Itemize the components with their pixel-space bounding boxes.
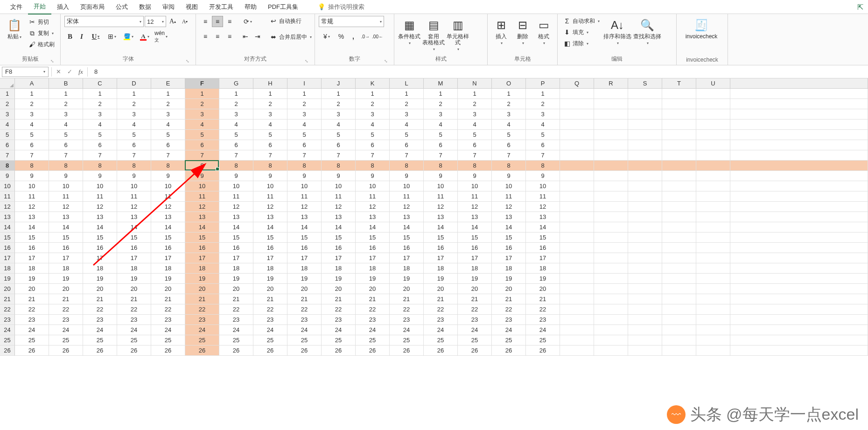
cell[interactable]: 23 bbox=[356, 315, 390, 325]
cell[interactable]: 18 bbox=[356, 263, 390, 274]
cell[interactable]: 14 bbox=[83, 222, 117, 233]
align-right-button[interactable]: ≡ bbox=[224, 31, 235, 42]
copy-button[interactable]: ⧉复制▾ bbox=[27, 28, 56, 38]
cell[interactable]: 13 bbox=[185, 212, 219, 222]
cell[interactable] bbox=[662, 161, 696, 171]
cell[interactable]: 17 bbox=[185, 253, 219, 263]
cell[interactable] bbox=[560, 181, 594, 191]
comma-format-button[interactable]: , bbox=[348, 31, 359, 42]
cell[interactable]: 18 bbox=[15, 263, 49, 274]
cell[interactable]: 1 bbox=[15, 89, 49, 99]
cell[interactable] bbox=[696, 181, 730, 191]
cell[interactable]: 8 bbox=[15, 161, 49, 171]
row-header[interactable]: 11 bbox=[0, 191, 15, 202]
font-dialog-launcher[interactable]: ⤡ bbox=[184, 57, 191, 64]
cell[interactable] bbox=[662, 181, 696, 191]
cell[interactable]: 16 bbox=[356, 243, 390, 253]
cell[interactable]: 25 bbox=[390, 335, 424, 345]
cell[interactable]: 21 bbox=[390, 294, 424, 304]
cell[interactable]: 23 bbox=[287, 315, 322, 325]
cell[interactable]: 12 bbox=[390, 202, 424, 212]
cell-styles-button[interactable]: ▥单元格样式▾ bbox=[447, 16, 469, 53]
cancel-formula-button[interactable]: ✕ bbox=[53, 67, 64, 77]
cell[interactable] bbox=[696, 191, 730, 202]
cell[interactable]: 16 bbox=[253, 243, 287, 253]
cell[interactable]: 17 bbox=[83, 253, 117, 263]
cell[interactable]: 24 bbox=[424, 325, 458, 335]
cell[interactable]: 16 bbox=[492, 243, 526, 253]
cell[interactable]: 23 bbox=[253, 315, 287, 325]
cell[interactable]: 15 bbox=[117, 233, 151, 243]
cell[interactable] bbox=[628, 191, 662, 202]
cell[interactable]: 15 bbox=[287, 233, 322, 243]
cell[interactable]: 10 bbox=[287, 181, 322, 191]
column-header[interactable]: I bbox=[287, 78, 322, 89]
column-header[interactable]: D bbox=[117, 78, 151, 89]
cell[interactable]: 26 bbox=[117, 345, 151, 356]
cell[interactable]: 18 bbox=[151, 263, 185, 274]
cell[interactable]: 23 bbox=[83, 315, 117, 325]
cell[interactable]: 17 bbox=[49, 253, 83, 263]
cell[interactable]: 10 bbox=[15, 181, 49, 191]
cell[interactable] bbox=[628, 284, 662, 294]
cell[interactable]: 14 bbox=[526, 222, 560, 233]
tab-page-layout[interactable]: 页面布局 bbox=[75, 0, 110, 14]
cell[interactable]: 11 bbox=[15, 191, 49, 202]
cell[interactable]: 22 bbox=[390, 304, 424, 315]
find-select-button[interactable]: 🔍查找和选择▾ bbox=[633, 16, 661, 53]
cell[interactable] bbox=[696, 202, 730, 212]
cell[interactable] bbox=[696, 304, 730, 315]
cell[interactable]: 13 bbox=[322, 212, 356, 222]
column-header[interactable]: S bbox=[628, 78, 662, 89]
cell[interactable]: 7 bbox=[219, 150, 253, 161]
cell[interactable]: 13 bbox=[356, 212, 390, 222]
cell[interactable] bbox=[662, 253, 696, 263]
cell[interactable] bbox=[696, 150, 730, 161]
cell[interactable] bbox=[594, 253, 628, 263]
cell[interactable]: 16 bbox=[287, 243, 322, 253]
cell[interactable] bbox=[628, 202, 662, 212]
cell[interactable]: 21 bbox=[83, 294, 117, 304]
cell[interactable]: 3 bbox=[151, 109, 185, 120]
name-box[interactable]: F8▾ bbox=[2, 67, 49, 77]
cell[interactable]: 11 bbox=[287, 191, 322, 202]
cell[interactable]: 24 bbox=[287, 325, 322, 335]
cell[interactable]: 20 bbox=[322, 284, 356, 294]
cell[interactable]: 8 bbox=[287, 161, 322, 171]
cell[interactable] bbox=[560, 89, 594, 99]
cell[interactable]: 26 bbox=[492, 345, 526, 356]
cell[interactable]: 23 bbox=[492, 315, 526, 325]
cell[interactable]: 11 bbox=[185, 191, 219, 202]
cell[interactable]: 21 bbox=[322, 294, 356, 304]
align-top-button[interactable]: ≡ bbox=[200, 16, 211, 27]
select-all-corner[interactable] bbox=[0, 78, 15, 89]
cell[interactable]: 9 bbox=[322, 171, 356, 181]
cell[interactable] bbox=[628, 274, 662, 284]
cell[interactable]: 6 bbox=[287, 140, 322, 150]
row-header[interactable]: 14 bbox=[0, 222, 15, 233]
cell[interactable]: 13 bbox=[424, 212, 458, 222]
cell[interactable] bbox=[560, 99, 594, 109]
cell[interactable] bbox=[696, 161, 730, 171]
cell[interactable]: 14 bbox=[151, 222, 185, 233]
cell[interactable]: 11 bbox=[49, 191, 83, 202]
cell[interactable]: 4 bbox=[185, 120, 219, 130]
cell[interactable]: 15 bbox=[322, 233, 356, 243]
cell[interactable]: 1 bbox=[492, 89, 526, 99]
cell[interactable]: 20 bbox=[253, 284, 287, 294]
cell[interactable]: 10 bbox=[219, 181, 253, 191]
cell[interactable] bbox=[628, 233, 662, 243]
cell[interactable]: 14 bbox=[322, 222, 356, 233]
row-header[interactable]: 2 bbox=[0, 99, 15, 109]
cell[interactable]: 23 bbox=[185, 315, 219, 325]
cell[interactable]: 10 bbox=[117, 181, 151, 191]
cell[interactable]: 7 bbox=[322, 150, 356, 161]
cell[interactable]: 4 bbox=[117, 120, 151, 130]
cell[interactable]: 1 bbox=[424, 89, 458, 99]
cell[interactable] bbox=[628, 140, 662, 150]
decrease-indent-button[interactable]: ⇤ bbox=[240, 31, 251, 42]
cell[interactable]: 19 bbox=[322, 274, 356, 284]
column-header[interactable]: Q bbox=[560, 78, 594, 89]
cell[interactable]: 13 bbox=[287, 212, 322, 222]
cell[interactable]: 16 bbox=[219, 243, 253, 253]
